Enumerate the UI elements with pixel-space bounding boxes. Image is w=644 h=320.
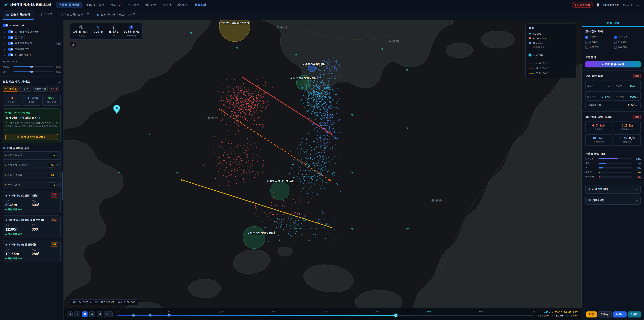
nav-item[interactable]: 보고자료 bbox=[125, 2, 142, 8]
nav-item[interactable]: 기상정보 bbox=[174, 2, 191, 8]
doc-icon: ▤ bbox=[60, 13, 63, 16]
fence-endpoint-dot[interactable] bbox=[329, 179, 331, 181]
nav-item[interactable]: 유출유 확산예측 bbox=[56, 2, 82, 8]
algo-setting-row: 최소 차단 효율80% bbox=[3, 171, 61, 179]
zone-toggle[interactable] bbox=[8, 42, 13, 45]
tab-info[interactable]: ◉오일펜스 배치 알고리즘 이론 bbox=[93, 10, 139, 20]
fence-line-icon bbox=[529, 68, 534, 68]
fast-forward-button[interactable] bbox=[89, 311, 95, 317]
slider-knob[interactable] bbox=[30, 66, 33, 68]
step-back-button[interactable] bbox=[74, 311, 80, 317]
playback-speed-select[interactable]: 1×▾ bbox=[104, 311, 112, 317]
checkbox-icon[interactable] bbox=[585, 41, 588, 44]
pause-button[interactable] bbox=[82, 311, 88, 317]
display-checkbox-off[interactable]: 해안부착 bbox=[585, 41, 612, 44]
checkbox-icon[interactable] bbox=[585, 46, 588, 49]
checkbox-icon[interactable]: ✓ bbox=[585, 36, 588, 39]
deployment-marker[interactable] bbox=[149, 314, 151, 316]
display-checkbox-on[interactable]: ✓유향/유속 bbox=[585, 36, 612, 39]
nav-item[interactable]: 항공탐색 bbox=[142, 2, 159, 8]
skip-end-button[interactable] bbox=[96, 311, 102, 317]
action-button-blue[interactable]: 보고서 bbox=[613, 311, 626, 317]
expand-chevron-icon[interactable]: ▸ bbox=[4, 36, 6, 39]
fence-endpoint-dot[interactable] bbox=[330, 226, 332, 228]
map-viewport[interactable]: 여수시두모리화양면돌산읍여자만 갯벌보호구역 (6h)송포 해수욕장 (1h)목… bbox=[64, 20, 582, 320]
expand-chevron-icon[interactable]: ▸ bbox=[4, 48, 6, 50]
user-name[interactable]: Eunjeong Kim bbox=[602, 3, 619, 6]
map-tool-chip[interactable]: ❀ bbox=[70, 42, 76, 47]
checkbox-icon[interactable] bbox=[614, 41, 617, 44]
display-checkbox-off[interactable]: 시간 표시 bbox=[585, 46, 612, 49]
defense-line-card[interactable]: ◈3차 방어선 (연안 경량형)보통길이12065m각도288°차단 효율 78… bbox=[3, 240, 61, 263]
setting-value-input[interactable]: 1 bbox=[49, 182, 56, 187]
slider-knob[interactable] bbox=[30, 71, 33, 73]
fence-endpoint-dot[interactable] bbox=[180, 179, 182, 181]
zone-row[interactable]: ▸유처리제 bbox=[3, 35, 61, 40]
tab-analysis[interactable]: ◫유출유 확산분석 bbox=[3, 10, 34, 20]
hamburger-menu-icon[interactable]: ≡ bbox=[636, 2, 640, 8]
slider-track[interactable] bbox=[14, 67, 54, 67]
defense-line-card[interactable]: ◈1차 방어선 (고강도 차단형)긴급길이8043m각도303°차단 효율 92… bbox=[3, 191, 61, 214]
polygon-analysis-button[interactable]: ◇ 다각형 분석수행 bbox=[585, 61, 641, 68]
slider-track[interactable] bbox=[14, 72, 54, 72]
owner-insurance-section[interactable]: ▤선주 / 보험▸ bbox=[585, 196, 641, 205]
nav-item[interactable]: 게시판 bbox=[160, 2, 174, 8]
fence-guide-header[interactable]: 오일펜스 배치 가이드 ▼ bbox=[3, 80, 61, 84]
bell-icon[interactable] bbox=[596, 3, 600, 7]
defense-line-card[interactable]: ◈2차 방어선 (외해용 중형 포위형)중요길이11180m각도303°차단 효… bbox=[3, 216, 61, 238]
deployment-marker[interactable] bbox=[132, 314, 135, 316]
nav-item[interactable]: HNS·대기확산 bbox=[83, 2, 107, 8]
checkbox-icon[interactable]: ✓ bbox=[614, 36, 617, 39]
timeline-track[interactable]: 0h6h12h18h24h36h48h60h72h bbox=[117, 309, 533, 319]
action-button-dark[interactable]: 재계산 bbox=[598, 311, 612, 317]
checkbox-icon[interactable] bbox=[614, 46, 617, 49]
zone-toggle[interactable] bbox=[8, 48, 13, 51]
vessel-spec-section[interactable]: ◈사고 선박 제원▸ bbox=[585, 185, 641, 193]
expand-chevron-icon[interactable]: ▸ bbox=[4, 31, 6, 33]
fence-mode-button[interactable]: 시뮬레이션 bbox=[33, 86, 48, 92]
layer-style-section: 레이어 스타일 투명도50%밝기50% bbox=[3, 60, 61, 74]
stepper-arrows-icon[interactable]: ▴ ▾ bbox=[58, 183, 58, 187]
display-checkbox-off[interactable]: 인공위성 bbox=[614, 41, 641, 44]
display-checkbox-off[interactable]: 날씨정보 bbox=[614, 46, 641, 49]
display-checkbox-on[interactable]: ✓풍향/풍속 bbox=[614, 36, 641, 39]
fence-mode-button[interactable]: 수동 배치 bbox=[19, 86, 32, 92]
logout-button[interactable]: 로그아웃 bbox=[622, 3, 633, 7]
zone-toggle[interactable] bbox=[8, 36, 13, 39]
fence-endpoint-dot[interactable] bbox=[218, 108, 220, 110]
deployment-marker[interactable] bbox=[168, 314, 170, 316]
setting-value-input[interactable]: 15 bbox=[49, 153, 56, 158]
zone-group-toggle[interactable] bbox=[3, 24, 8, 27]
nav-item[interactable]: 통합조회 bbox=[192, 2, 209, 8]
zone-row[interactable]: ▸황산화물배출규제지역 bbox=[3, 29, 61, 35]
apply-plan-button[interactable]: ◎ 추천 배치안 적용하기 bbox=[5, 134, 58, 140]
zone-extra-icon[interactable]: ▦ bbox=[56, 42, 61, 45]
zone-row[interactable]: ▸◈북방한계선 bbox=[3, 52, 61, 58]
action-button-orange[interactable]: 저장 bbox=[586, 311, 597, 317]
tab-doc[interactable]: ▤유출유확산모델 이론 bbox=[56, 10, 93, 20]
zone-toggle[interactable] bbox=[8, 30, 13, 33]
nav-item[interactable]: 긴급구난 bbox=[108, 2, 124, 8]
app-logo[interactable]: 해양환경 위기대응 통합시스템 bbox=[4, 3, 51, 7]
analysis-summary-header[interactable]: 분석 요약 bbox=[582, 20, 644, 27]
stepper-arrows-icon[interactable]: ▴ ▾ bbox=[58, 154, 58, 157]
action-button-teal[interactable]: 이주적 bbox=[628, 311, 641, 317]
fence-endpoint-dot[interactable] bbox=[330, 133, 332, 135]
setting-value-input[interactable]: 60 bbox=[48, 163, 55, 168]
zone-toggle[interactable] bbox=[8, 53, 13, 56]
sidebar-scrollbar[interactable] bbox=[62, 172, 63, 200]
expand-chevron-icon[interactable]: ▸ bbox=[4, 54, 6, 56]
setting-value-input[interactable]: 80 bbox=[48, 173, 56, 178]
zone-row[interactable]: ▸유조선통항금지▦ bbox=[3, 40, 61, 46]
fence-endpoint-dot[interactable] bbox=[242, 77, 244, 79]
zone-row[interactable]: ▸드론금지구역 bbox=[3, 46, 61, 52]
expand-chevron-icon[interactable]: ▸ bbox=[4, 42, 6, 45]
fence-mode-button[interactable]: AI 자동 추천 bbox=[3, 86, 18, 92]
tab-list[interactable]: ≡분석 목록 bbox=[34, 10, 56, 20]
chevron-down-icon: ▼ bbox=[58, 81, 61, 83]
skip-start-button[interactable] bbox=[67, 311, 73, 317]
map-canvas[interactable] bbox=[64, 20, 582, 320]
algo-setting-row: 안전 마진 (도달시간)60분 bbox=[3, 161, 61, 170]
timeline-handle[interactable] bbox=[394, 314, 397, 317]
fence-mode-button[interactable]: 초기화 bbox=[49, 86, 59, 92]
